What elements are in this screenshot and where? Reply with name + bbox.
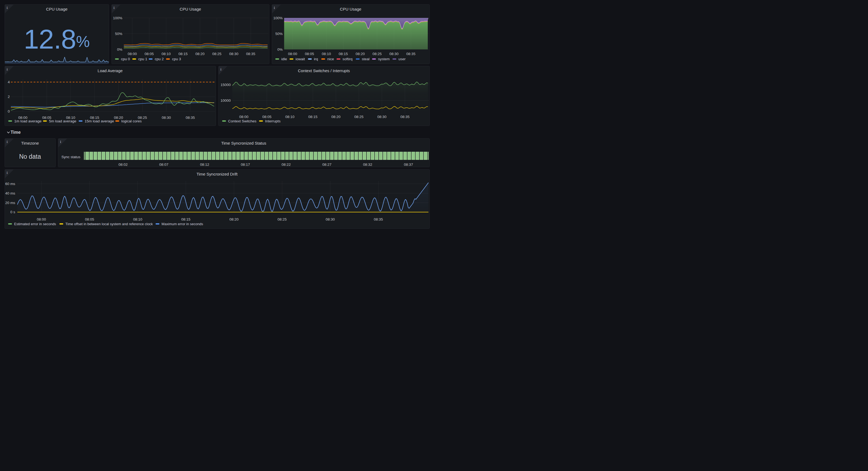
svg-text:08:20: 08:20: [331, 115, 340, 119]
svg-text:08:00: 08:00: [288, 52, 297, 56]
svg-text:system: system: [378, 57, 390, 61]
svg-text:08:30: 08:30: [389, 52, 399, 56]
svg-text:iowait: iowait: [296, 57, 305, 61]
svg-text:08:15: 08:15: [178, 52, 187, 56]
svg-text:08:10: 08:10: [133, 217, 142, 222]
svg-text:50%: 50%: [115, 32, 122, 36]
svg-text:idle: idle: [281, 57, 287, 61]
svg-text:08:12: 08:12: [200, 163, 209, 167]
svg-text:40 ms: 40 ms: [5, 191, 15, 195]
svg-text:08:30: 08:30: [229, 52, 238, 56]
svg-text:08:27: 08:27: [322, 163, 332, 167]
svg-text:08:15: 08:15: [308, 115, 317, 119]
svg-text:softirq: softirq: [342, 57, 352, 61]
svg-text:08:10: 08:10: [161, 52, 170, 56]
svg-text:0%: 0%: [117, 48, 122, 52]
svg-text:08:35: 08:35: [246, 52, 255, 56]
svg-text:nice: nice: [327, 57, 334, 61]
svg-text:08:00: 08:00: [37, 217, 46, 222]
svg-text:08:22: 08:22: [282, 163, 291, 167]
svg-text:Maximum error in seconds: Maximum error in seconds: [161, 222, 203, 226]
svg-text:cpu 1: cpu 1: [138, 57, 147, 61]
svg-text:08:32: 08:32: [363, 163, 372, 167]
svg-text:irq: irq: [314, 57, 318, 61]
svg-text:08:20: 08:20: [229, 217, 239, 222]
svg-text:user: user: [399, 57, 406, 61]
svg-text:08:17: 08:17: [241, 163, 250, 167]
svg-text:08:15: 08:15: [339, 52, 348, 56]
svg-text:0: 0: [8, 109, 10, 113]
svg-text:0%: 0%: [277, 48, 283, 52]
svg-text:08:35: 08:35: [374, 217, 383, 222]
svg-text:08:02: 08:02: [118, 163, 127, 167]
svg-text:08:07: 08:07: [159, 163, 168, 167]
svg-text:Interrupts: Interrupts: [265, 119, 280, 123]
svg-text:Context Switches: Context Switches: [228, 119, 257, 123]
svg-text:08:00: 08:00: [127, 52, 137, 56]
svg-text:logical cores: logical cores: [121, 119, 142, 123]
svg-text:08:15: 08:15: [181, 217, 190, 222]
svg-text:08:35: 08:35: [186, 116, 195, 120]
svg-text:0 s: 0 s: [10, 210, 15, 214]
svg-text:Sync status: Sync status: [61, 155, 80, 159]
svg-text:08:00: 08:00: [239, 115, 248, 119]
svg-text:20 ms: 20 ms: [5, 201, 15, 205]
svg-text:4: 4: [8, 80, 10, 84]
svg-text:08:35: 08:35: [406, 52, 415, 56]
svg-text:08:05: 08:05: [305, 52, 314, 56]
svg-text:1m load average: 1m load average: [14, 119, 41, 123]
svg-text:10000: 10000: [220, 98, 230, 102]
svg-text:08:30: 08:30: [377, 115, 386, 119]
svg-text:15000: 15000: [220, 83, 230, 87]
svg-text:08:35: 08:35: [400, 115, 409, 119]
svg-text:08:25: 08:25: [212, 52, 221, 56]
svg-text:15m load average: 15m load average: [85, 119, 114, 123]
svg-text:60 ms: 60 ms: [5, 182, 15, 186]
svg-text:08:25: 08:25: [278, 217, 287, 222]
svg-text:08:25: 08:25: [372, 52, 382, 56]
svg-text:08:20: 08:20: [195, 52, 205, 56]
svg-text:08:10: 08:10: [285, 115, 294, 119]
svg-text:Time offset in between local s: Time offset in between local system and …: [65, 222, 153, 226]
svg-text:08:37: 08:37: [404, 163, 413, 167]
svg-text:cpu 3: cpu 3: [172, 57, 181, 61]
svg-text:08:30: 08:30: [326, 217, 335, 222]
svg-text:08:25: 08:25: [354, 115, 364, 119]
svg-text:08:05: 08:05: [262, 115, 271, 119]
svg-text:100%: 100%: [113, 16, 122, 20]
svg-text:08:30: 08:30: [162, 116, 171, 120]
svg-text:steal: steal: [362, 57, 369, 61]
svg-text:08:20: 08:20: [355, 52, 365, 56]
svg-text:08:05: 08:05: [145, 52, 154, 56]
svg-text:Estimated error in seconds: Estimated error in seconds: [14, 222, 56, 226]
svg-text:2: 2: [8, 95, 10, 99]
svg-text:100%: 100%: [273, 16, 283, 20]
svg-text:5m load average: 5m load average: [49, 119, 76, 123]
svg-text:cpu 0: cpu 0: [121, 57, 130, 61]
svg-text:cpu 2: cpu 2: [155, 57, 163, 61]
svg-text:08:05: 08:05: [85, 217, 94, 222]
svg-text:50%: 50%: [275, 32, 282, 36]
svg-text:08:10: 08:10: [322, 52, 331, 56]
